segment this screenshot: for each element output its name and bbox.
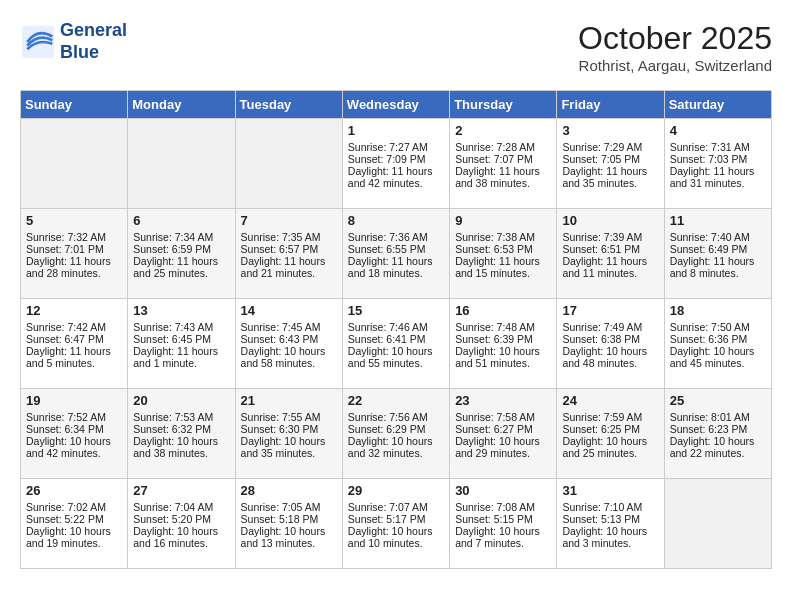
calendar-cell: 11Sunrise: 7:40 AMSunset: 6:49 PMDayligh… bbox=[664, 209, 771, 299]
calendar-cell: 2Sunrise: 7:28 AMSunset: 7:07 PMDaylight… bbox=[450, 119, 557, 209]
day-info: Sunrise: 7:50 AM bbox=[670, 321, 766, 333]
day-info: Daylight: 11 hours and 5 minutes. bbox=[26, 345, 122, 369]
calendar-cell: 24Sunrise: 7:59 AMSunset: 6:25 PMDayligh… bbox=[557, 389, 664, 479]
day-info: Sunset: 5:17 PM bbox=[348, 513, 444, 525]
day-info: Sunrise: 7:07 AM bbox=[348, 501, 444, 513]
calendar-cell: 27Sunrise: 7:04 AMSunset: 5:20 PMDayligh… bbox=[128, 479, 235, 569]
day-number: 13 bbox=[133, 303, 229, 318]
day-number: 15 bbox=[348, 303, 444, 318]
logo-text: General Blue bbox=[60, 20, 127, 63]
day-info: Sunset: 6:30 PM bbox=[241, 423, 337, 435]
calendar-week-row: 12Sunrise: 7:42 AMSunset: 6:47 PMDayligh… bbox=[21, 299, 772, 389]
day-info: Daylight: 11 hours and 18 minutes. bbox=[348, 255, 444, 279]
day-info: Daylight: 10 hours and 42 minutes. bbox=[26, 435, 122, 459]
day-number: 8 bbox=[348, 213, 444, 228]
day-number: 25 bbox=[670, 393, 766, 408]
day-info: Daylight: 10 hours and 51 minutes. bbox=[455, 345, 551, 369]
calendar-cell: 21Sunrise: 7:55 AMSunset: 6:30 PMDayligh… bbox=[235, 389, 342, 479]
calendar-week-row: 5Sunrise: 7:32 AMSunset: 7:01 PMDaylight… bbox=[21, 209, 772, 299]
day-info: Daylight: 10 hours and 10 minutes. bbox=[348, 525, 444, 549]
calendar-cell: 22Sunrise: 7:56 AMSunset: 6:29 PMDayligh… bbox=[342, 389, 449, 479]
day-info: Sunrise: 7:28 AM bbox=[455, 141, 551, 153]
day-info: Sunset: 6:53 PM bbox=[455, 243, 551, 255]
day-number: 4 bbox=[670, 123, 766, 138]
day-info: Sunset: 6:55 PM bbox=[348, 243, 444, 255]
calendar-cell bbox=[664, 479, 771, 569]
day-number: 14 bbox=[241, 303, 337, 318]
day-info: Sunset: 5:18 PM bbox=[241, 513, 337, 525]
calendar-cell: 6Sunrise: 7:34 AMSunset: 6:59 PMDaylight… bbox=[128, 209, 235, 299]
weekday-header: Tuesday bbox=[235, 91, 342, 119]
day-info: Sunrise: 7:04 AM bbox=[133, 501, 229, 513]
day-info: Daylight: 10 hours and 45 minutes. bbox=[670, 345, 766, 369]
location: Rothrist, Aargau, Switzerland bbox=[578, 57, 772, 74]
day-info: Daylight: 10 hours and 29 minutes. bbox=[455, 435, 551, 459]
day-number: 24 bbox=[562, 393, 658, 408]
calendar-cell: 8Sunrise: 7:36 AMSunset: 6:55 PMDaylight… bbox=[342, 209, 449, 299]
page-header: General Blue October 2025 Rothrist, Aarg… bbox=[20, 20, 772, 74]
day-info: Sunrise: 7:39 AM bbox=[562, 231, 658, 243]
day-info: Sunset: 6:47 PM bbox=[26, 333, 122, 345]
calendar-cell: 3Sunrise: 7:29 AMSunset: 7:05 PMDaylight… bbox=[557, 119, 664, 209]
calendar-cell: 14Sunrise: 7:45 AMSunset: 6:43 PMDayligh… bbox=[235, 299, 342, 389]
calendar-cell bbox=[128, 119, 235, 209]
calendar-table: SundayMondayTuesdayWednesdayThursdayFrid… bbox=[20, 90, 772, 569]
day-info: Sunrise: 7:49 AM bbox=[562, 321, 658, 333]
calendar-cell: 15Sunrise: 7:46 AMSunset: 6:41 PMDayligh… bbox=[342, 299, 449, 389]
weekday-header-row: SundayMondayTuesdayWednesdayThursdayFrid… bbox=[21, 91, 772, 119]
calendar-cell: 5Sunrise: 7:32 AMSunset: 7:01 PMDaylight… bbox=[21, 209, 128, 299]
day-info: Sunrise: 7:58 AM bbox=[455, 411, 551, 423]
day-info: Sunrise: 7:10 AM bbox=[562, 501, 658, 513]
day-info: Sunrise: 7:05 AM bbox=[241, 501, 337, 513]
day-info: Daylight: 10 hours and 48 minutes. bbox=[562, 345, 658, 369]
day-info: Sunset: 6:34 PM bbox=[26, 423, 122, 435]
day-info: Daylight: 11 hours and 42 minutes. bbox=[348, 165, 444, 189]
day-info: Sunset: 6:32 PM bbox=[133, 423, 229, 435]
day-info: Daylight: 10 hours and 25 minutes. bbox=[562, 435, 658, 459]
day-info: Daylight: 10 hours and 55 minutes. bbox=[348, 345, 444, 369]
weekday-header: Sunday bbox=[21, 91, 128, 119]
day-number: 11 bbox=[670, 213, 766, 228]
day-info: Sunset: 5:22 PM bbox=[26, 513, 122, 525]
month-title: October 2025 bbox=[578, 20, 772, 57]
title-block: October 2025 Rothrist, Aargau, Switzerla… bbox=[578, 20, 772, 74]
day-info: Sunset: 6:39 PM bbox=[455, 333, 551, 345]
day-info: Sunset: 6:51 PM bbox=[562, 243, 658, 255]
day-info: Daylight: 11 hours and 25 minutes. bbox=[133, 255, 229, 279]
calendar-cell: 17Sunrise: 7:49 AMSunset: 6:38 PMDayligh… bbox=[557, 299, 664, 389]
calendar-cell: 25Sunrise: 8:01 AMSunset: 6:23 PMDayligh… bbox=[664, 389, 771, 479]
day-number: 20 bbox=[133, 393, 229, 408]
day-info: Sunset: 5:20 PM bbox=[133, 513, 229, 525]
day-number: 19 bbox=[26, 393, 122, 408]
day-info: Daylight: 10 hours and 58 minutes. bbox=[241, 345, 337, 369]
day-info: Sunrise: 7:48 AM bbox=[455, 321, 551, 333]
day-number: 7 bbox=[241, 213, 337, 228]
calendar-week-row: 1Sunrise: 7:27 AMSunset: 7:09 PMDaylight… bbox=[21, 119, 772, 209]
calendar-cell: 7Sunrise: 7:35 AMSunset: 6:57 PMDaylight… bbox=[235, 209, 342, 299]
day-info: Sunset: 7:09 PM bbox=[348, 153, 444, 165]
day-number: 12 bbox=[26, 303, 122, 318]
day-info: Sunset: 5:15 PM bbox=[455, 513, 551, 525]
day-info: Daylight: 11 hours and 35 minutes. bbox=[562, 165, 658, 189]
day-info: Sunset: 6:29 PM bbox=[348, 423, 444, 435]
day-info: Sunrise: 7:43 AM bbox=[133, 321, 229, 333]
calendar-cell: 31Sunrise: 7:10 AMSunset: 5:13 PMDayligh… bbox=[557, 479, 664, 569]
day-number: 26 bbox=[26, 483, 122, 498]
day-info: Sunrise: 7:53 AM bbox=[133, 411, 229, 423]
day-number: 10 bbox=[562, 213, 658, 228]
day-info: Daylight: 10 hours and 3 minutes. bbox=[562, 525, 658, 549]
day-info: Sunset: 6:49 PM bbox=[670, 243, 766, 255]
day-number: 27 bbox=[133, 483, 229, 498]
day-info: Sunset: 7:05 PM bbox=[562, 153, 658, 165]
calendar-cell: 18Sunrise: 7:50 AMSunset: 6:36 PMDayligh… bbox=[664, 299, 771, 389]
day-info: Daylight: 11 hours and 15 minutes. bbox=[455, 255, 551, 279]
weekday-header: Saturday bbox=[664, 91, 771, 119]
day-number: 16 bbox=[455, 303, 551, 318]
day-info: Sunset: 6:36 PM bbox=[670, 333, 766, 345]
day-info: Sunrise: 7:32 AM bbox=[26, 231, 122, 243]
calendar-cell: 26Sunrise: 7:02 AMSunset: 5:22 PMDayligh… bbox=[21, 479, 128, 569]
day-number: 30 bbox=[455, 483, 551, 498]
calendar-cell: 28Sunrise: 7:05 AMSunset: 5:18 PMDayligh… bbox=[235, 479, 342, 569]
calendar-cell: 30Sunrise: 7:08 AMSunset: 5:15 PMDayligh… bbox=[450, 479, 557, 569]
day-info: Sunset: 6:45 PM bbox=[133, 333, 229, 345]
